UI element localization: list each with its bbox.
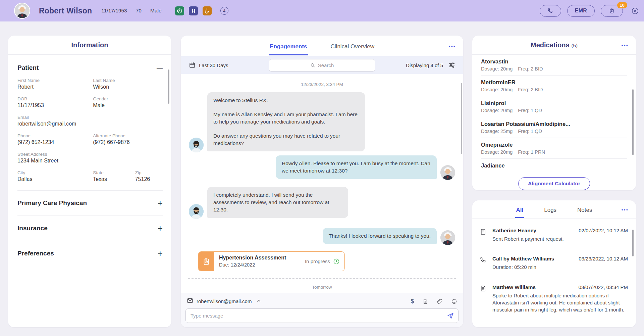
tab-all[interactable]: All bbox=[515, 201, 524, 218]
patient-status-icons bbox=[175, 6, 212, 15]
tab-clinical-overview[interactable]: Clinical Overview bbox=[330, 37, 375, 55]
assessment-card-body: Hypertension Assessment Due: 12/24/2022 bbox=[214, 252, 305, 271]
tab-engagements[interactable]: Engagements bbox=[269, 37, 308, 55]
medications-panel: Medications (5) ••• Atorvastin Dosage: 2… bbox=[472, 36, 636, 190]
patient-message-bubble: Thanks! I looked forward to speaking to … bbox=[323, 228, 437, 244]
activity-entry: Matthew Williams 03/07/2022, 03:34 PM Sp… bbox=[480, 284, 628, 314]
message-input[interactable] bbox=[185, 308, 459, 323]
flag-count-badge[interactable]: 4 bbox=[220, 7, 228, 15]
app-root: Robert Wilson 11/17/1953 70 Male 4 EMR bbox=[0, 0, 644, 336]
field-label: Phone bbox=[17, 133, 93, 138]
activity-entry: Katherine Heaney 02/07/2022, 10:12 AM Se… bbox=[480, 228, 628, 242]
emr-button[interactable]: EMR bbox=[567, 5, 595, 17]
more-icon[interactable]: ••• bbox=[449, 43, 456, 48]
filter-sliders-icon[interactable] bbox=[448, 62, 455, 68]
section-preferences[interactable]: Preferences + bbox=[17, 241, 163, 266]
payment-icon[interactable]: $ bbox=[411, 298, 414, 305]
field-last-name: Last Name Wilson bbox=[93, 78, 163, 90]
activity-entry-content: Call by Matthew Williams 03/23/2022, 10:… bbox=[492, 256, 628, 271]
message-row: Thanks! I looked forward to speaking to … bbox=[189, 228, 455, 244]
attachment-icon[interactable] bbox=[437, 298, 443, 304]
medication-item[interactable]: MetforminER Dosage: 20mgFreq: 2 BID bbox=[481, 76, 627, 96]
envelope-icon bbox=[187, 297, 193, 305]
dashed-separator bbox=[188, 278, 456, 279]
document-icon[interactable] bbox=[422, 298, 428, 304]
collapse-icon[interactable]: — bbox=[157, 64, 163, 71]
field-row: Phone (972) 652-1234 Alternate Phone (97… bbox=[17, 133, 163, 145]
close-icon[interactable] bbox=[632, 7, 639, 14]
message-row: I completely understand. I will send you… bbox=[189, 187, 455, 218]
patient-avatar bbox=[440, 230, 455, 245]
medication-item[interactable]: Omeprazole Dosage: 20mgFreq: 1 PRN bbox=[481, 138, 627, 159]
expand-icon[interactable]: + bbox=[158, 225, 163, 232]
medication-item[interactable]: Jadiance bbox=[481, 159, 627, 171]
more-icon[interactable]: ••• bbox=[622, 43, 629, 48]
field-row: First Name Robert Last Name Wilson bbox=[17, 78, 163, 90]
pharmacist-message-bubble: Welcome to Stellus RX. My name is Allan … bbox=[207, 92, 365, 151]
tab-notes[interactable]: Notes bbox=[577, 201, 593, 218]
activity-author: Call by Matthew Williams bbox=[492, 256, 554, 262]
more-icon[interactable]: ••• bbox=[622, 207, 629, 212]
orders-bag-button[interactable]: 10 bbox=[601, 5, 623, 17]
field-label: Street Address bbox=[17, 152, 58, 157]
search-icon bbox=[310, 63, 315, 68]
field-email: Email robertwilson@gmail.com bbox=[17, 115, 76, 127]
field-value: Texas bbox=[93, 176, 135, 182]
emoji-icon[interactable] bbox=[451, 298, 457, 304]
medication-dosage: Dosage: 20mg bbox=[481, 108, 513, 113]
field-row: Email robertwilson@gmail.com bbox=[17, 115, 163, 127]
field-value: Dallas bbox=[17, 176, 93, 182]
displaying-count: Displaying 4 of 5 bbox=[406, 62, 443, 68]
medication-name: Lisiniprol bbox=[481, 100, 627, 106]
patient-avatar bbox=[14, 3, 30, 19]
section-primary-care-physician[interactable]: Primary Care Physican + bbox=[17, 191, 163, 216]
message-row: Welcome to Stellus RX. My name is Allan … bbox=[189, 92, 455, 151]
scrollbar-thumb[interactable] bbox=[168, 69, 169, 104]
section-insurance[interactable]: Insurance + bbox=[17, 216, 163, 241]
field-label: Email bbox=[17, 115, 76, 120]
alignment-calculator-button[interactable]: Alignment Calculator bbox=[518, 177, 590, 190]
field-street-address: Street Address 1234 Main Street bbox=[17, 152, 58, 164]
calendar-icon bbox=[189, 62, 196, 68]
activity-author: Katherine Heaney bbox=[492, 228, 536, 234]
field-label: First Name bbox=[17, 78, 93, 83]
document-icon bbox=[480, 228, 487, 242]
field-alternate-phone: Alternate Phone (972) 667-9876 bbox=[93, 133, 163, 145]
tab-logs[interactable]: Logs bbox=[543, 201, 557, 218]
activity-panel: All Logs Notes ••• Katherine Heaney 02/0… bbox=[472, 200, 636, 327]
field-label: DOB bbox=[17, 96, 93, 101]
wheelchair-icon[interactable] bbox=[203, 6, 212, 15]
medication-item[interactable]: Atorvastin Dosage: 20mgFreq: 2 BID bbox=[481, 55, 627, 76]
scrollbar-thumb[interactable] bbox=[632, 230, 634, 256]
date-filter[interactable]: Last 30 Days bbox=[189, 62, 228, 68]
patient-meta: 11/17/1953 70 Male bbox=[101, 8, 161, 14]
patient-section-header[interactable]: Patient — bbox=[17, 64, 163, 71]
call-button[interactable] bbox=[540, 5, 561, 17]
scrollbar-thumb[interactable] bbox=[632, 89, 634, 155]
family-icon[interactable] bbox=[189, 6, 198, 15]
search-input[interactable]: Search bbox=[269, 59, 375, 71]
field-label: Gender bbox=[93, 96, 163, 101]
engagements-panel: Engagements Clinical Overview ••• Last 3… bbox=[181, 36, 463, 327]
recipient-email: robertwilson@gmail.com bbox=[197, 298, 252, 304]
field-row: DOB 11/17/1953 Gender Male bbox=[17, 96, 163, 108]
clock-icon[interactable] bbox=[175, 6, 184, 15]
medication-name: Jadiance bbox=[481, 162, 627, 169]
information-title: Information bbox=[71, 41, 108, 49]
medication-item[interactable]: Losartan Potassium/Amlodipine... Dosage:… bbox=[481, 117, 627, 138]
expand-icon[interactable]: + bbox=[158, 250, 163, 257]
field-value: robertwilson@gmail.com bbox=[17, 121, 76, 127]
scrollbar-thumb[interactable] bbox=[461, 83, 462, 154]
medication-item[interactable]: Lisiniprol Dosage: 20mgFreq: 1 QD bbox=[481, 96, 627, 117]
field-dob: DOB 11/17/1953 bbox=[17, 96, 93, 108]
activity-author: Matthew Williams bbox=[492, 284, 536, 290]
medications-count: (5) bbox=[572, 43, 578, 48]
field-phone: Phone (972) 652-1234 bbox=[17, 133, 93, 145]
field-value: (972) 667-9876 bbox=[93, 139, 163, 145]
send-icon[interactable] bbox=[447, 312, 454, 320]
expand-icon[interactable]: + bbox=[158, 200, 163, 206]
activity-text: Spoke to Robert about multiple medicatio… bbox=[492, 292, 628, 314]
patient-name: Robert Wilson bbox=[39, 6, 92, 15]
chevron-up-icon[interactable] bbox=[256, 298, 261, 304]
assessment-card[interactable]: Hypertension Assessment Due: 12/24/2022 … bbox=[198, 251, 345, 271]
